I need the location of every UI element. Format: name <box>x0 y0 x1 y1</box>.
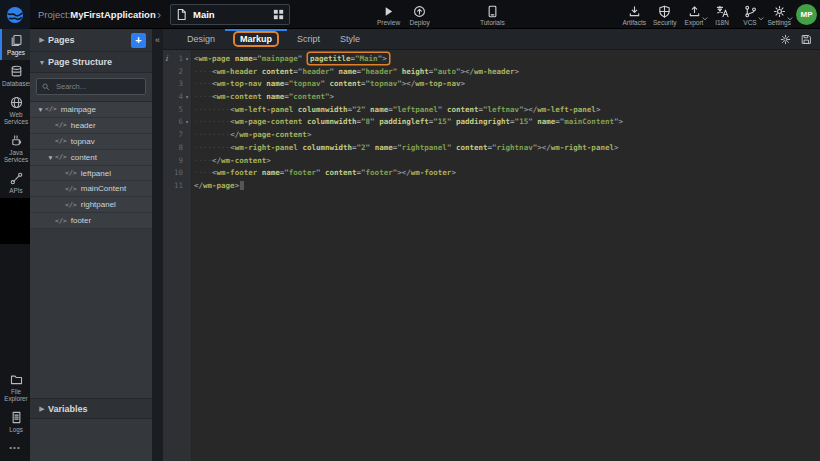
action-label: VCS <box>743 19 756 26</box>
chevron-down-icon[interactable]: ▼ <box>46 154 55 161</box>
variables-section-header[interactable]: ▶ Variables <box>30 398 152 419</box>
code-text: ····<wm-top-nav name="topnav" content="t… <box>191 78 465 91</box>
structure-search <box>36 78 146 95</box>
code-line-9[interactable]: 9····</wm-content> <box>163 155 820 168</box>
tree-item-label: header <box>71 121 96 130</box>
gear-icon[interactable] <box>780 34 791 45</box>
tree-item-footer[interactable]: </>footer <box>30 213 152 229</box>
tab-style[interactable]: Style <box>330 29 370 49</box>
code-line-6[interactable]: 6▾········<wm-page-content columnwidth="… <box>163 116 820 129</box>
topbar-action-security[interactable]: Security <box>650 0 679 29</box>
caret-down-icon <box>787 7 793 25</box>
tab-script[interactable]: Script <box>287 29 330 49</box>
sidebar-more-button[interactable]: ••• <box>0 437 30 457</box>
topbar-action-vcs[interactable]: VCS <box>737 0 764 29</box>
sidebar-item-logs[interactable]: Logs <box>0 406 30 437</box>
line-number: 4 <box>170 91 183 104</box>
file-icon <box>176 8 187 21</box>
code-line-2[interactable]: 2····<wm-header content="header" name="h… <box>163 66 820 79</box>
sidebar-item-label: APIs <box>2 187 30 194</box>
code-text: ····</wm-content> <box>191 155 271 168</box>
pages-section-header[interactable]: ▶ Pages + <box>30 29 152 52</box>
sidebar-item-pages[interactable]: Pages <box>0 29 30 60</box>
code-line-7[interactable]: 7········</wm-page-content> <box>163 129 820 142</box>
deploy-icon <box>413 5 426 18</box>
tree-item-rightpanel[interactable]: </>rightpanel <box>30 197 152 213</box>
gutter: 8 <box>163 142 191 155</box>
code-text: ········<wm-page-content columnwidth="8"… <box>191 116 623 129</box>
gutter: 10 <box>163 167 191 180</box>
sidebar-item-web-services[interactable]: Web Services <box>0 91 30 129</box>
tree-item-content[interactable]: ▼</>content <box>30 150 152 166</box>
sidebar-item-file-explorer[interactable]: File Explorer <box>0 368 30 406</box>
search-input[interactable] <box>54 81 140 92</box>
code-line-3[interactable]: 3····<wm-top-nav name="topnav" content="… <box>163 78 820 91</box>
code-line-11[interactable]: 11</wm-page> <box>163 180 820 193</box>
topbar-action-i18n[interactable]: I18N <box>709 0 736 29</box>
code-text: ····<wm-content name="content"> <box>191 91 334 104</box>
topbar-action-settings[interactable]: Settings <box>765 0 795 29</box>
collapse-panel-button[interactable]: « <box>152 35 163 45</box>
folder-icon <box>10 373 23 386</box>
save-icon[interactable] <box>801 34 812 45</box>
sidebar-item-label: Java Services <box>2 149 30 163</box>
editor-tab-bar: DesignMarkupScriptStyle <box>163 29 820 50</box>
coffee-icon <box>10 134 23 147</box>
code-line-1[interactable]: i1▾<wm-page name="mainpage" pagetitle="M… <box>163 53 820 66</box>
topbar-action-deploy[interactable]: Deploy <box>406 0 433 29</box>
fold-toggle-icon[interactable]: ▾ <box>183 91 191 104</box>
structure-header-label: Page Structure <box>48 57 112 67</box>
tree-item-mainContent[interactable]: </>mainContent <box>30 181 152 197</box>
sidebar-item-java-services[interactable]: Java Services <box>0 129 30 167</box>
markup-code-editor[interactable]: i1▾<wm-page name="mainpage" pagetitle="M… <box>163 50 820 461</box>
code-line-4[interactable]: 4▾····<wm-content name="content"> <box>163 91 820 104</box>
tab-markup[interactable]: Markup <box>225 29 287 49</box>
grid-icon[interactable] <box>273 9 284 20</box>
fold-toggle-icon <box>183 155 191 168</box>
sidebar-item-databases[interactable]: Databases <box>0 60 30 91</box>
user-avatar[interactable]: MP <box>796 4 817 25</box>
chevron-right-icon: ▶ <box>36 36 48 44</box>
editor-tabs: DesignMarkupScriptStyle <box>177 29 370 49</box>
topbar-action-tutorials[interactable]: Tutorials <box>477 0 508 29</box>
tree-item-mainpage[interactable]: ▼</>mainpage <box>30 102 152 118</box>
chevron-down-icon[interactable]: ▼ <box>36 106 45 113</box>
tree-item-leftpanel[interactable]: </>leftpanel <box>30 166 152 182</box>
code-text: ····<wm-footer name="footer" content="fo… <box>191 167 456 180</box>
tab-design[interactable]: Design <box>177 29 225 49</box>
topbar-action-artifacts[interactable]: Artifacts <box>620 0 649 29</box>
info-marker <box>163 116 170 129</box>
open-page-tab[interactable]: Main <box>170 4 290 25</box>
info-marker: i <box>163 53 170 66</box>
left-rail: PagesDatabasesWeb ServicesJava ServicesA… <box>0 29 30 461</box>
page-structure-header[interactable]: ▼ Page Structure <box>30 52 152 73</box>
breadcrumb-chevron-icon: › <box>157 0 161 29</box>
tree-item-topnav[interactable]: </>topnav <box>30 134 152 150</box>
wavemaker-logo-icon <box>6 6 24 24</box>
rail-divider <box>0 198 30 244</box>
vcs-icon <box>744 5 757 18</box>
fold-toggle-icon[interactable]: ▾ <box>183 116 191 129</box>
code-line-8[interactable]: 8········<wm-right-panel columnwidth="2"… <box>163 142 820 155</box>
topbar-action-preview[interactable]: Preview <box>374 0 403 29</box>
code-line-5[interactable]: 5········<wm-left-panel columnwidth="2" … <box>163 104 820 117</box>
api-icon <box>10 172 23 185</box>
fold-toggle-icon[interactable]: ▾ <box>183 53 191 66</box>
text-cursor <box>240 181 244 190</box>
add-page-button[interactable]: + <box>131 33 146 48</box>
tab-label: Markup <box>235 33 277 45</box>
action-label: I18N <box>715 19 729 26</box>
tree-item-label: rightpanel <box>81 200 116 209</box>
code-line-10[interactable]: 10····<wm-footer name="footer" content="… <box>163 167 820 180</box>
info-marker <box>163 142 170 155</box>
tree-item-label: leftpanel <box>81 169 111 178</box>
sidebar-item-apis[interactable]: APIs <box>0 167 30 198</box>
tab-label: Style <box>340 34 360 44</box>
code-tag-icon: </> <box>55 153 67 161</box>
gutter: 2 <box>163 66 191 79</box>
tree-item-header[interactable]: </>header <box>30 118 152 134</box>
code-tag-icon: </> <box>55 217 67 225</box>
topbar-action-export[interactable]: Export <box>681 0 708 29</box>
artifacts-icon <box>628 5 641 18</box>
app-logo[interactable] <box>0 0 30 29</box>
